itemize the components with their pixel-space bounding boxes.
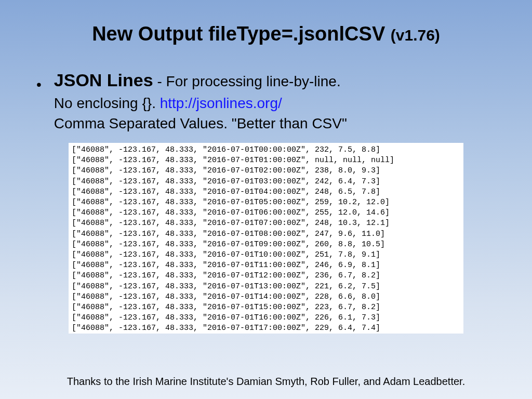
slide-title: New Output fileType=.jsonlCSV (v1.76) [0, 0, 532, 56]
title-main: New Output fileType=.jsonlCSV [92, 23, 391, 45]
bullet-content: JSON Lines - For processing line-by-line… [54, 68, 347, 134]
footer-credits: Thanks to the Irish Marine Institute's D… [0, 376, 532, 388]
line3-text: Comma Separated Values. "Better than CSV… [54, 115, 347, 131]
lead-term: JSON Lines [54, 70, 153, 90]
line2-text: No enclosing {}. [54, 95, 160, 111]
bullet-block: • JSON Lines - For processing line-by-li… [36, 68, 490, 134]
title-version: (v1.76) [391, 26, 440, 44]
code-sample: ["46088", -123.167, 48.333, "2016-07-01T… [69, 143, 463, 334]
bullet-dot-icon: • [36, 77, 42, 92]
jsonlines-link[interactable]: http://jsonlines.org/ [160, 95, 282, 111]
lead-desc: - For processing line-by-line. [153, 73, 341, 89]
